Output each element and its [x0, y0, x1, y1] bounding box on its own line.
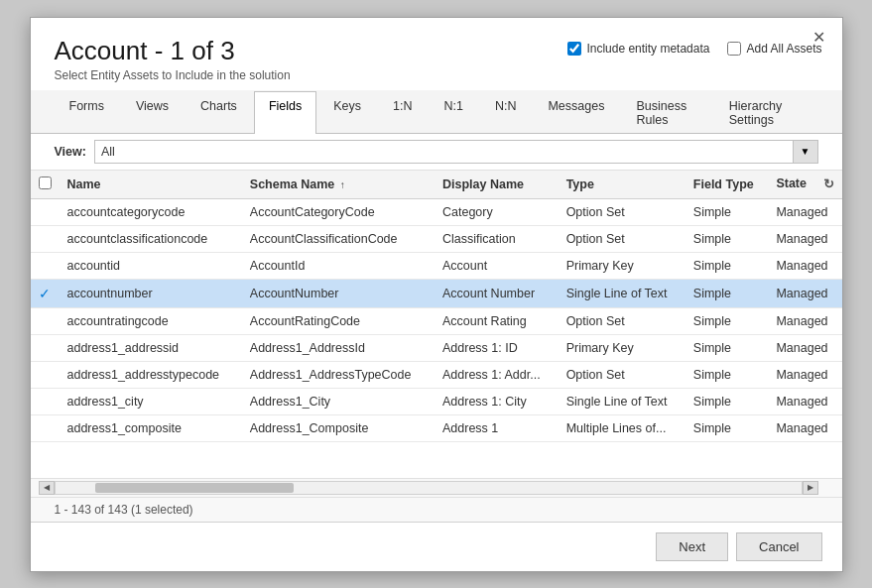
row-name: accountid [60, 252, 242, 279]
title-bar: Account - 1 of 3 Select Entity Assets to… [31, 18, 842, 90]
tab-n1[interactable]: N:1 [429, 91, 477, 134]
row-state: Managed [768, 361, 841, 388]
col-type[interactable]: Type [559, 171, 685, 199]
include-metadata-checkbox[interactable] [567, 42, 581, 56]
row-type: Option Set [559, 361, 685, 388]
table-row[interactable]: accountclassificationcode AccountClassif… [31, 225, 842, 252]
table-row[interactable]: address1_city Address1_City Address 1: C… [31, 388, 842, 414]
row-schema-name: AccountClassificationCode [242, 225, 435, 252]
row-name: address1_addresstypecode [60, 361, 242, 388]
row-state: Managed [768, 198, 841, 225]
title-left: Account - 1 of 3 Select Entity Assets to… [55, 36, 291, 82]
row-check-cell[interactable] [31, 307, 60, 334]
hscroll-bar: ◀ ▶ [31, 478, 842, 497]
col-state[interactable]: State ↻ [768, 171, 841, 199]
row-display-name: Account Number [435, 279, 559, 307]
row-check-cell[interactable] [31, 198, 60, 225]
row-checkmark: ✓ [39, 286, 51, 301]
tab-forms[interactable]: Forms [55, 91, 119, 134]
col-name[interactable]: Name [60, 171, 242, 199]
row-type: Multiple Lines of... [559, 414, 685, 441]
hscroll-left-button[interactable]: ◀ [39, 481, 55, 495]
col-schema-name[interactable]: Schema Name ↑ [242, 171, 435, 199]
row-type: Option Set [559, 225, 685, 252]
row-field-type: Simple [685, 388, 769, 414]
row-check-cell[interactable] [31, 388, 60, 414]
subtitle: Select Entity Assets to Include in the s… [55, 68, 291, 82]
action-bar: Next Cancel [31, 522, 842, 571]
next-button[interactable]: Next [656, 532, 728, 561]
hscroll-thumb[interactable] [95, 483, 294, 493]
close-button[interactable]: ✕ [808, 28, 830, 48]
col-check[interactable] [31, 171, 60, 199]
tab-views[interactable]: Views [121, 91, 184, 134]
fields-table: Name Schema Name ↑ Display Name Type Fie… [31, 171, 842, 442]
row-display-name: Address 1: ID [435, 334, 559, 361]
view-select[interactable]: All Custom Customizable [94, 140, 818, 164]
row-type: Single Line of Text [559, 279, 685, 307]
hscroll-right-button[interactable]: ▶ [803, 481, 818, 495]
hscroll-track[interactable] [55, 481, 803, 495]
row-name: accountclassificationcode [60, 225, 242, 252]
col-display-name[interactable]: Display Name [435, 171, 559, 199]
table-row[interactable]: address1_addressid Address1_AddressId Ad… [31, 334, 842, 361]
row-schema-name: AccountId [242, 252, 435, 279]
row-state: Managed [768, 388, 841, 414]
tab-charts[interactable]: Charts [186, 91, 252, 134]
row-name: address1_composite [60, 414, 242, 441]
sort-asc-icon: ↑ [340, 179, 345, 190]
table-row[interactable]: accountratingcode AccountRatingCode Acco… [31, 307, 842, 334]
cancel-button[interactable]: Cancel [736, 532, 821, 561]
table-container: Name Schema Name ↑ Display Name Type Fie… [31, 171, 842, 478]
col-display-label: Display Name [442, 177, 524, 191]
row-schema-name: AccountNumber [242, 279, 435, 307]
row-display-name: Account Rating [435, 307, 559, 334]
tab-hierarchy[interactable]: Hierarchy Settings [714, 91, 816, 134]
table-row[interactable]: address1_addresstypecode Address1_Addres… [31, 361, 842, 388]
include-metadata-option[interactable]: Include entity metadata [567, 42, 709, 56]
tab-messages[interactable]: Messages [533, 91, 619, 134]
table-row[interactable]: address1_composite Address1_Composite Ad… [31, 414, 842, 441]
col-field-type-label: Field Type [693, 177, 754, 191]
row-display-name: Address 1: Addr... [435, 361, 559, 388]
row-display-name: Classification [435, 225, 559, 252]
tab-1n[interactable]: 1:N [378, 91, 427, 134]
row-schema-name: Address1_City [242, 388, 435, 414]
view-select-wrapper: All Custom Customizable ▼ [94, 140, 818, 164]
include-metadata-label: Include entity metadata [586, 42, 709, 56]
tabs-bar: Forms Views Charts Fields Keys 1:N N:1 N… [31, 90, 842, 134]
select-all-checkbox[interactable] [39, 176, 52, 189]
row-check-cell[interactable] [31, 414, 60, 441]
row-state: Managed [768, 414, 841, 441]
add-all-assets-checkbox[interactable] [727, 42, 741, 56]
tab-nn[interactable]: N:N [480, 91, 532, 134]
col-name-label: Name [67, 177, 101, 191]
table-body: accountcategorycode AccountCategoryCode … [31, 198, 842, 441]
col-type-label: Type [566, 177, 594, 191]
row-type: Primary Key [559, 334, 685, 361]
row-display-name: Category [435, 198, 559, 225]
row-state: Managed [768, 307, 841, 334]
row-check-cell[interactable] [31, 225, 60, 252]
view-bar: View: All Custom Customizable ▼ [31, 134, 842, 171]
table-row[interactable]: accountcategorycode AccountCategoryCode … [31, 198, 842, 225]
row-check-cell[interactable] [31, 252, 60, 279]
row-field-type: Simple [685, 279, 769, 307]
row-check-cell[interactable] [31, 361, 60, 388]
refresh-icon[interactable]: ↻ [823, 176, 834, 191]
row-check-cell[interactable] [31, 334, 60, 361]
tab-business-rules[interactable]: Business Rules [621, 91, 711, 134]
main-dialog: ✕ Account - 1 of 3 Select Entity Assets … [30, 17, 843, 572]
tab-keys[interactable]: Keys [318, 91, 376, 134]
col-field-type[interactable]: Field Type [685, 171, 769, 199]
row-check-cell[interactable]: ✓ [31, 279, 60, 307]
row-field-type: Simple [685, 414, 769, 441]
row-name: address1_city [60, 388, 242, 414]
row-schema-name: Address1_AddressTypeCode [242, 361, 435, 388]
tab-fields[interactable]: Fields [254, 91, 316, 134]
row-state: Managed [768, 279, 841, 307]
row-field-type: Simple [685, 361, 769, 388]
title-options: Include entity metadata Add All Assets [567, 36, 821, 56]
table-row[interactable]: ✓ accountnumber AccountNumber Account Nu… [31, 279, 842, 307]
table-row[interactable]: accountid AccountId Account Primary Key … [31, 252, 842, 279]
